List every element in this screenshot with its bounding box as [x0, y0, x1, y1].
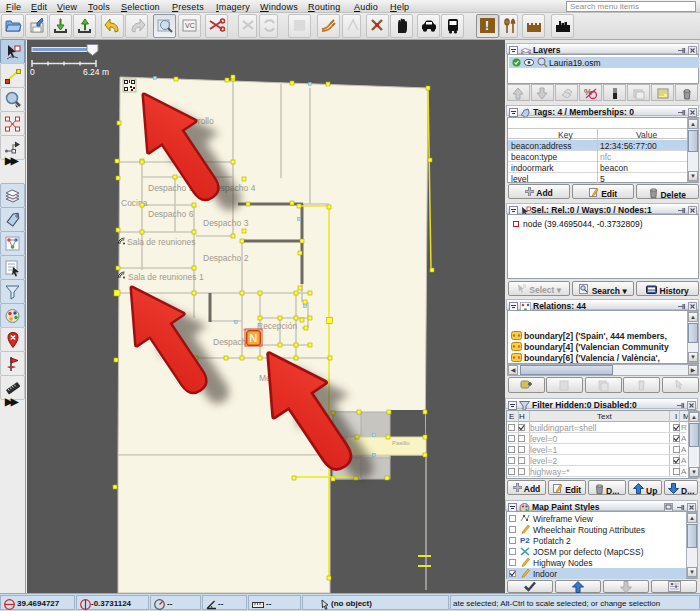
svg-text:VC: VC	[185, 22, 195, 29]
svg-text:Pasillo: Pasillo	[392, 440, 410, 446]
svg-text:6.24 m: 6.24 m	[83, 67, 109, 77]
svg-text:0: 0	[30, 67, 35, 77]
svg-text:Sala de reuniones 1: Sala de reuniones 1	[128, 272, 204, 282]
svg-text:Despacho 2: Despacho 2	[203, 253, 249, 263]
svg-text:Despacho 3: Despacho 3	[203, 218, 249, 228]
svg-text:N: N	[249, 332, 257, 344]
svg-text:Recepción: Recepción	[257, 321, 297, 331]
svg-text:Despacho 6: Despacho 6	[148, 209, 194, 219]
svg-text:!: !	[485, 19, 489, 33]
svg-text:Sala de reuniones: Sala de reuniones	[127, 237, 196, 247]
svg-text:Despacho 5: Despacho 5	[148, 183, 194, 193]
